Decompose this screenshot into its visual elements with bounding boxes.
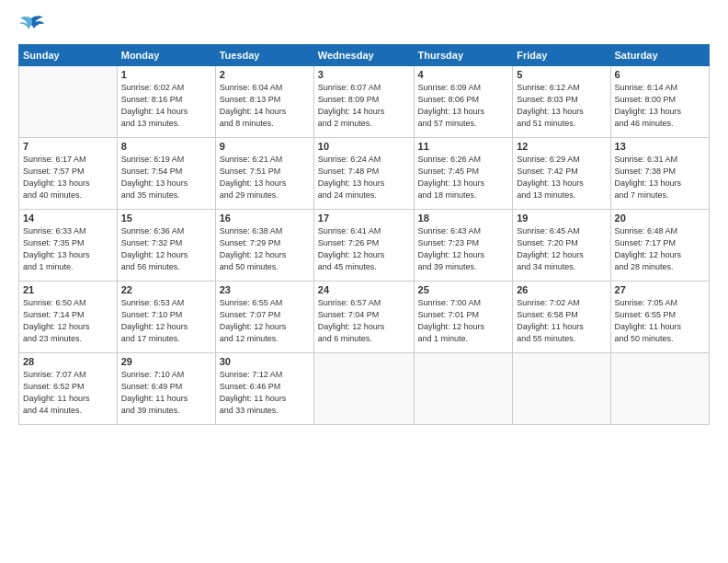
logo	[18, 15, 48, 37]
calendar-day-cell: 6Sunrise: 6:14 AM Sunset: 8:00 PM Daylig…	[610, 66, 709, 138]
day-number: 24	[318, 284, 410, 295]
calendar-week-row: 1Sunrise: 6:02 AM Sunset: 8:16 PM Daylig…	[19, 66, 710, 138]
day-number: 25	[418, 284, 509, 295]
calendar-day-cell: 21Sunrise: 6:50 AM Sunset: 7:14 PM Dayli…	[19, 282, 118, 353]
calendar-day-cell	[610, 353, 709, 425]
calendar-week-row: 7Sunrise: 6:17 AM Sunset: 7:57 PM Daylig…	[19, 138, 710, 210]
calendar-day-cell: 5Sunrise: 6:12 AM Sunset: 8:03 PM Daylig…	[513, 66, 610, 138]
calendar-day-cell: 7Sunrise: 6:17 AM Sunset: 7:57 PM Daylig…	[19, 138, 118, 210]
day-info: Sunrise: 7:10 AM Sunset: 6:49 PM Dayligh…	[121, 369, 211, 417]
day-info: Sunrise: 6:43 AM Sunset: 7:23 PM Dayligh…	[418, 225, 509, 273]
day-of-week-header: Saturday	[610, 45, 709, 66]
day-number: 2	[220, 69, 310, 80]
day-number: 17	[318, 213, 410, 224]
day-number: 6	[615, 69, 705, 80]
day-info: Sunrise: 6:57 AM Sunset: 7:04 PM Dayligh…	[318, 297, 410, 345]
day-info: Sunrise: 6:29 AM Sunset: 7:42 PM Dayligh…	[517, 154, 606, 201]
day-number: 8	[121, 141, 211, 152]
day-info: Sunrise: 6:38 AM Sunset: 7:29 PM Dayligh…	[220, 225, 310, 273]
day-number: 11	[418, 141, 509, 152]
calendar-day-cell: 29Sunrise: 7:10 AM Sunset: 6:49 PM Dayli…	[117, 353, 215, 425]
logo-icon	[18, 15, 44, 37]
day-of-week-header: Tuesday	[215, 45, 313, 66]
day-info: Sunrise: 6:07 AM Sunset: 8:09 PM Dayligh…	[318, 82, 410, 130]
day-info: Sunrise: 6:21 AM Sunset: 7:51 PM Dayligh…	[220, 154, 310, 201]
day-number: 26	[517, 284, 606, 295]
header	[18, 15, 710, 37]
calendar-day-cell: 4Sunrise: 6:09 AM Sunset: 8:06 PM Daylig…	[414, 66, 513, 138]
day-of-week-header: Wednesday	[313, 45, 414, 66]
calendar-body: 1Sunrise: 6:02 AM Sunset: 8:16 PM Daylig…	[19, 66, 710, 425]
calendar-day-cell: 8Sunrise: 6:19 AM Sunset: 7:54 PM Daylig…	[117, 138, 215, 210]
calendar-table: SundayMondayTuesdayWednesdayThursdayFrid…	[18, 44, 710, 425]
day-number: 23	[220, 284, 310, 295]
day-info: Sunrise: 6:53 AM Sunset: 7:10 PM Dayligh…	[121, 297, 211, 345]
day-number: 13	[615, 141, 705, 152]
calendar-day-cell: 24Sunrise: 6:57 AM Sunset: 7:04 PM Dayli…	[313, 282, 414, 353]
calendar-day-cell: 27Sunrise: 7:05 AM Sunset: 6:55 PM Dayli…	[610, 282, 709, 353]
calendar-day-cell: 11Sunrise: 6:26 AM Sunset: 7:45 PM Dayli…	[414, 138, 513, 210]
day-number: 10	[318, 141, 410, 152]
calendar-week-row: 21Sunrise: 6:50 AM Sunset: 7:14 PM Dayli…	[19, 282, 710, 353]
day-number: 20	[615, 213, 705, 224]
calendar-day-cell: 13Sunrise: 6:31 AM Sunset: 7:38 PM Dayli…	[610, 138, 709, 210]
day-info: Sunrise: 7:12 AM Sunset: 6:46 PM Dayligh…	[220, 369, 310, 417]
calendar-day-cell: 16Sunrise: 6:38 AM Sunset: 7:29 PM Dayli…	[215, 210, 313, 282]
calendar-day-cell	[313, 353, 414, 425]
page: SundayMondayTuesdayWednesdayThursdayFrid…	[0, 0, 728, 563]
calendar-day-cell: 12Sunrise: 6:29 AM Sunset: 7:42 PM Dayli…	[513, 138, 610, 210]
calendar-day-cell: 26Sunrise: 7:02 AM Sunset: 6:58 PM Dayli…	[513, 282, 610, 353]
day-number: 3	[318, 69, 410, 80]
day-info: Sunrise: 6:24 AM Sunset: 7:48 PM Dayligh…	[318, 154, 410, 201]
day-number: 12	[517, 141, 606, 152]
day-number: 29	[121, 356, 211, 367]
day-info: Sunrise: 7:07 AM Sunset: 6:52 PM Dayligh…	[23, 369, 113, 417]
calendar-day-cell: 15Sunrise: 6:36 AM Sunset: 7:32 PM Dayli…	[117, 210, 215, 282]
calendar-day-cell: 2Sunrise: 6:04 AM Sunset: 8:13 PM Daylig…	[215, 66, 313, 138]
day-info: Sunrise: 7:02 AM Sunset: 6:58 PM Dayligh…	[517, 297, 606, 345]
day-of-week-header: Thursday	[414, 45, 513, 66]
day-number: 1	[121, 69, 211, 80]
calendar-week-row: 28Sunrise: 7:07 AM Sunset: 6:52 PM Dayli…	[19, 353, 710, 425]
calendar-header: SundayMondayTuesdayWednesdayThursdayFrid…	[19, 45, 710, 66]
calendar-day-cell: 20Sunrise: 6:48 AM Sunset: 7:17 PM Dayli…	[610, 210, 709, 282]
day-info: Sunrise: 6:45 AM Sunset: 7:20 PM Dayligh…	[517, 225, 606, 273]
day-number: 9	[220, 141, 310, 152]
calendar-day-cell	[19, 66, 118, 138]
day-number: 16	[220, 213, 310, 224]
day-info: Sunrise: 6:14 AM Sunset: 8:00 PM Dayligh…	[615, 82, 705, 130]
day-info: Sunrise: 6:41 AM Sunset: 7:26 PM Dayligh…	[318, 225, 410, 273]
day-number: 15	[121, 213, 211, 224]
calendar-day-cell: 18Sunrise: 6:43 AM Sunset: 7:23 PM Dayli…	[414, 210, 513, 282]
day-info: Sunrise: 6:48 AM Sunset: 7:17 PM Dayligh…	[615, 225, 705, 273]
day-info: Sunrise: 6:09 AM Sunset: 8:06 PM Dayligh…	[418, 82, 509, 130]
day-number: 5	[517, 69, 606, 80]
day-info: Sunrise: 6:17 AM Sunset: 7:57 PM Dayligh…	[23, 154, 113, 201]
day-info: Sunrise: 6:50 AM Sunset: 7:14 PM Dayligh…	[23, 297, 113, 345]
header-row: SundayMondayTuesdayWednesdayThursdayFrid…	[19, 45, 710, 66]
day-number: 30	[220, 356, 310, 367]
calendar-day-cell: 19Sunrise: 6:45 AM Sunset: 7:20 PM Dayli…	[513, 210, 610, 282]
day-info: Sunrise: 7:00 AM Sunset: 7:01 PM Dayligh…	[418, 297, 509, 345]
day-number: 21	[23, 284, 113, 295]
calendar-day-cell: 23Sunrise: 6:55 AM Sunset: 7:07 PM Dayli…	[215, 282, 313, 353]
calendar-day-cell: 1Sunrise: 6:02 AM Sunset: 8:16 PM Daylig…	[117, 66, 215, 138]
day-number: 19	[517, 213, 606, 224]
day-number: 22	[121, 284, 211, 295]
day-info: Sunrise: 6:55 AM Sunset: 7:07 PM Dayligh…	[220, 297, 310, 345]
day-of-week-header: Sunday	[19, 45, 118, 66]
day-of-week-header: Monday	[117, 45, 215, 66]
day-info: Sunrise: 7:05 AM Sunset: 6:55 PM Dayligh…	[615, 297, 705, 345]
calendar-day-cell: 17Sunrise: 6:41 AM Sunset: 7:26 PM Dayli…	[313, 210, 414, 282]
day-info: Sunrise: 6:31 AM Sunset: 7:38 PM Dayligh…	[615, 154, 705, 201]
day-number: 14	[23, 213, 113, 224]
day-number: 7	[23, 141, 113, 152]
calendar-day-cell: 10Sunrise: 6:24 AM Sunset: 7:48 PM Dayli…	[313, 138, 414, 210]
calendar-day-cell	[414, 353, 513, 425]
calendar-day-cell: 3Sunrise: 6:07 AM Sunset: 8:09 PM Daylig…	[313, 66, 414, 138]
day-info: Sunrise: 6:36 AM Sunset: 7:32 PM Dayligh…	[121, 225, 211, 273]
calendar-day-cell: 28Sunrise: 7:07 AM Sunset: 6:52 PM Dayli…	[19, 353, 118, 425]
calendar-day-cell: 9Sunrise: 6:21 AM Sunset: 7:51 PM Daylig…	[215, 138, 313, 210]
day-info: Sunrise: 6:02 AM Sunset: 8:16 PM Dayligh…	[121, 82, 211, 130]
calendar-day-cell: 30Sunrise: 7:12 AM Sunset: 6:46 PM Dayli…	[215, 353, 313, 425]
